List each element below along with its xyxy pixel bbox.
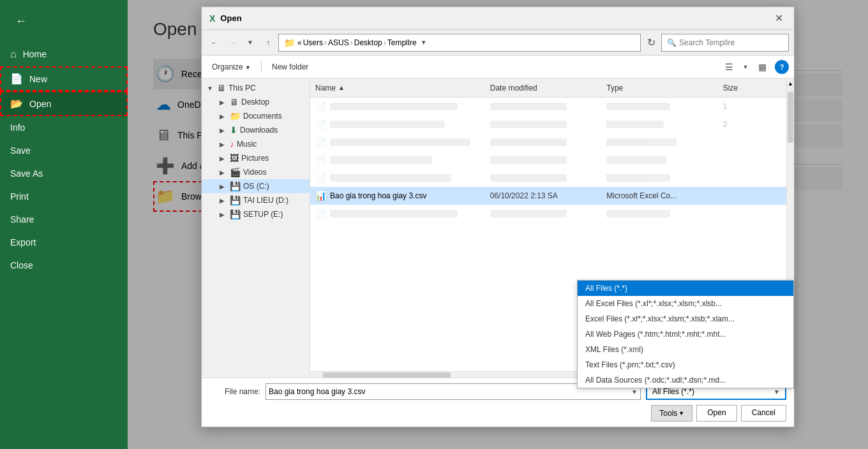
sidebar-item-save[interactable]: Save bbox=[0, 139, 128, 162]
view-details-button[interactable]: ☰ bbox=[721, 59, 737, 75]
scroll-up-button[interactable]: ▲ bbox=[787, 78, 794, 89]
sidebar-item-home[interactable]: ⌂ Home bbox=[0, 42, 128, 66]
sidebar-item-label: Home bbox=[23, 49, 47, 59]
column-type[interactable]: Type bbox=[606, 84, 723, 92]
filetype-option-data-sources[interactable]: All Data Sources (*.odc;*.udl;*.dsn;*.md… bbox=[578, 372, 793, 388]
organize-button[interactable]: Organize ▼ bbox=[207, 61, 256, 73]
file-cell-date bbox=[490, 103, 607, 110]
file-cell-name: 📊 Bao gia trong hoa giay 3.csv bbox=[315, 191, 490, 201]
tree-item-tai-lieu-d[interactable]: ▶ 💾 TAI LIEU (D:) bbox=[202, 193, 310, 207]
option-label: XML Files (*.xml) bbox=[585, 345, 643, 354]
cancel-button[interactable]: Cancel bbox=[741, 405, 786, 422]
tree-item-label: SETUP (E:) bbox=[243, 210, 283, 219]
path-part-templire[interactable]: TemplIre bbox=[387, 38, 417, 47]
sidebar-item-save-as[interactable]: Save As bbox=[0, 162, 128, 185]
tree-item-pictures[interactable]: ▶ 🖼 Pictures bbox=[202, 151, 310, 165]
address-forward-button[interactable]: → bbox=[225, 35, 240, 50]
column-date-modified[interactable]: Date modified bbox=[490, 84, 607, 92]
filetype-dropdown-panel: All Files (*.*) All Excel Files (*.xl*;*… bbox=[577, 280, 794, 388]
dialog-close-button[interactable]: ✕ bbox=[771, 11, 786, 26]
file-cell-type bbox=[606, 121, 723, 128]
filetype-option-text-files[interactable]: Text Files (*.prn;*.txt;*.csv) bbox=[578, 357, 793, 372]
new-folder-button[interactable]: New folder bbox=[267, 61, 313, 73]
tools-button[interactable]: Tools ▼ bbox=[651, 405, 692, 422]
open-button[interactable]: Open bbox=[696, 405, 737, 422]
sidebar-item-share[interactable]: Share bbox=[0, 208, 128, 231]
tree-item-documents[interactable]: ▶ 📁 Documents bbox=[202, 109, 310, 123]
tree-toggle-icon: ▶ bbox=[220, 155, 227, 162]
tree-item-label: This PC bbox=[228, 84, 256, 92]
column-name[interactable]: Name ▲ bbox=[315, 84, 490, 92]
tree-toggle-icon: ▶ bbox=[220, 211, 227, 218]
filetype-option-excel-files[interactable]: Excel Files (*.xl*;*.xlsx;*.xlsm;*.xlsb;… bbox=[578, 311, 793, 327]
new-icon: 📄 bbox=[10, 73, 23, 85]
address-back-button[interactable]: ← bbox=[207, 35, 222, 50]
file-icon: 📄 bbox=[315, 101, 326, 112]
tree-item-videos[interactable]: ▶ 🎬 Videos bbox=[202, 165, 310, 179]
filetype-dropdown-arrow: ▼ bbox=[774, 388, 780, 395]
file-row[interactable]: 📄 1 bbox=[310, 98, 786, 115]
address-path-box[interactable]: 📁 « Users › ASUS › Desktop › TemplIre ▼ bbox=[278, 34, 641, 52]
sidebar-item-label: Share bbox=[10, 214, 34, 224]
dialog-title-text: Open bbox=[220, 13, 241, 23]
tree-item-label: Downloads bbox=[240, 126, 278, 135]
sidebar-item-export[interactable]: Export bbox=[0, 231, 128, 254]
view-dropdown-button[interactable]: ▼ bbox=[738, 59, 753, 75]
view-preview-button[interactable]: ▦ bbox=[754, 59, 770, 75]
sort-icon: ▲ bbox=[338, 84, 345, 91]
sidebar-item-close[interactable]: Close bbox=[0, 254, 128, 277]
file-cell-type bbox=[606, 138, 723, 146]
path-part-desktop[interactable]: Desktop bbox=[354, 38, 382, 47]
sidebar-item-info[interactable]: Info bbox=[0, 116, 128, 139]
tree-item-desktop[interactable]: ▶ 🖥 Desktop bbox=[202, 95, 310, 109]
filename-text-input[interactable] bbox=[269, 387, 631, 396]
filetype-option-web-pages[interactable]: All Web Pages (*.htm;*.html;*.mht;*.mht.… bbox=[578, 327, 793, 342]
file-row[interactable]: 📄 bbox=[310, 205, 786, 223]
file-row[interactable]: 📄 bbox=[310, 151, 786, 169]
path-part-users[interactable]: Users bbox=[303, 38, 323, 47]
file-cell-type bbox=[606, 174, 723, 182]
tree-item-this-pc[interactable]: ▼ 🖥 This PC bbox=[202, 81, 310, 95]
address-refresh-button[interactable]: ↻ bbox=[643, 35, 659, 50]
tree-toggle-icon: ▶ bbox=[220, 183, 227, 190]
scrollbar-thumb[interactable] bbox=[323, 372, 451, 378]
file-row-selected[interactable]: 📊 Bao gia trong hoa giay 3.csv 06/10/202… bbox=[310, 187, 786, 205]
tree-item-music[interactable]: ▶ ♪ Music bbox=[202, 137, 310, 151]
tree-item-os-c[interactable]: ▶ 💾 OS (C:) bbox=[202, 179, 310, 193]
home-icon: ⌂ bbox=[10, 48, 17, 60]
search-input[interactable] bbox=[679, 38, 775, 47]
filetype-option-all-files[interactable]: All Files (*.*) bbox=[578, 281, 793, 296]
filetype-option-xml[interactable]: XML Files (*.xml) bbox=[578, 342, 793, 357]
excel-logo-icon: X bbox=[209, 13, 215, 24]
desktop-tree-icon: 🖥 bbox=[230, 97, 239, 107]
path-part-asus[interactable]: ASUS bbox=[328, 38, 349, 47]
path-dropdown-arrow[interactable]: ▼ bbox=[421, 39, 427, 46]
sidebar-item-new[interactable]: 📄 New bbox=[0, 66, 128, 91]
address-bar: ← → ▼ ↑ 📁 « Users › ASUS › Desktop › Tem… bbox=[202, 30, 794, 55]
file-row[interactable]: 📄 bbox=[310, 133, 786, 151]
address-up-button[interactable]: ↑ bbox=[260, 35, 276, 50]
sidebar-item-print[interactable]: Print bbox=[0, 185, 128, 208]
tree-toggle-icon: ▼ bbox=[207, 85, 214, 92]
sidebar-item-open[interactable]: 📂 Open bbox=[0, 91, 128, 116]
filetype-option-all-excel[interactable]: All Excel Files (*.xl*;*.xlsx;*.xlsm;*.x… bbox=[578, 296, 793, 311]
help-button[interactable]: ? bbox=[775, 60, 789, 74]
tree-item-downloads[interactable]: ▶ ⬇ Downloads bbox=[202, 123, 310, 137]
tree-item-setup-e[interactable]: ▶ 💾 SETUP (E:) bbox=[202, 207, 310, 221]
filename-dropdown-arrow[interactable]: ▼ bbox=[631, 388, 638, 395]
organize-dropdown-icon: ▼ bbox=[245, 64, 251, 71]
file-cell-type bbox=[606, 103, 723, 110]
sidebar-item-label: Close bbox=[10, 260, 33, 270]
file-row[interactable]: 📄 bbox=[310, 169, 786, 187]
column-size[interactable]: Size bbox=[723, 84, 781, 92]
open-dialog: X Open ✕ ← → ▼ ↑ 📁 « Users › bbox=[201, 6, 795, 427]
backstage-back-button[interactable]: ← bbox=[5, 5, 37, 37]
address-dropdown-button[interactable]: ▼ bbox=[243, 35, 258, 50]
tools-label: Tools bbox=[659, 409, 677, 418]
tree-item-label: Pictures bbox=[241, 154, 269, 163]
backstage-main: Open 🕐 Recent ☁ OneDrive 🖥 This PC ➕ Add… bbox=[128, 0, 868, 449]
file-cell-name: 📄 bbox=[315, 119, 490, 129]
dialog-titlebar: X Open ✕ bbox=[202, 7, 794, 30]
file-row[interactable]: 📄 2 bbox=[310, 115, 786, 133]
scroll-thumb[interactable] bbox=[788, 92, 793, 143]
